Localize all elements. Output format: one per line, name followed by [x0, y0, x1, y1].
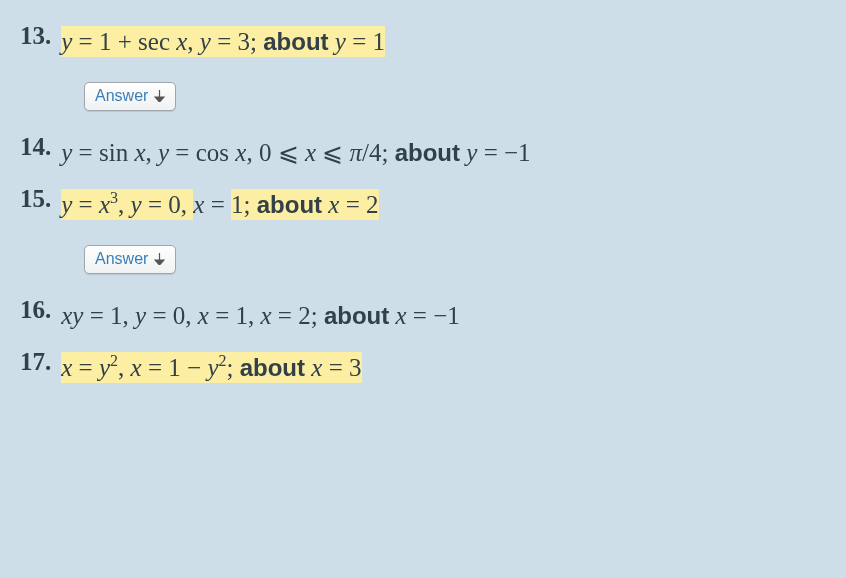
arrow-down-icon	[154, 90, 165, 102]
problem-number: 17.	[20, 348, 51, 376]
problem-list: 13. y = 1 + sec x, y = 3; about y = 1 An…	[0, 0, 846, 398]
problem-number: 13.	[20, 22, 51, 50]
arrow-down-icon	[154, 253, 165, 265]
problem-equation: xy = 1, y = 0, x = 1, x = 2; about x = −…	[61, 296, 460, 336]
answer-button[interactable]: Answer	[84, 245, 176, 274]
problem-number: 14.	[20, 133, 51, 161]
problem-equation: y = x3, y = 0, x = 1; about x = 2	[61, 185, 378, 225]
problem-13: 13. y = 1 + sec x, y = 3; about y = 1	[20, 22, 840, 62]
problem-equation: y = sin x, y = cos x, 0 ⩽ x ⩽ π/4; about…	[61, 133, 530, 173]
problem-equation: x = y2, x = 1 − y2; about x = 3	[61, 348, 361, 388]
answer-button-label: Answer	[95, 250, 148, 268]
answer-row-15: Answer	[20, 243, 840, 274]
answer-button[interactable]: Answer	[84, 82, 176, 111]
problem-17: 17. x = y2, x = 1 − y2; about x = 3	[20, 348, 840, 388]
problem-15: 15. y = x3, y = 0, x = 1; about x = 2	[20, 185, 840, 225]
problem-16: 16. xy = 1, y = 0, x = 1, x = 2; about x…	[20, 296, 840, 336]
problem-number: 15.	[20, 185, 51, 213]
answer-button-label: Answer	[95, 87, 148, 105]
problem-number: 16.	[20, 296, 51, 324]
problem-equation: y = 1 + sec x, y = 3; about y = 1	[61, 22, 385, 62]
answer-row-13: Answer	[20, 80, 840, 111]
problem-14: 14. y = sin x, y = cos x, 0 ⩽ x ⩽ π/4; a…	[20, 133, 840, 173]
